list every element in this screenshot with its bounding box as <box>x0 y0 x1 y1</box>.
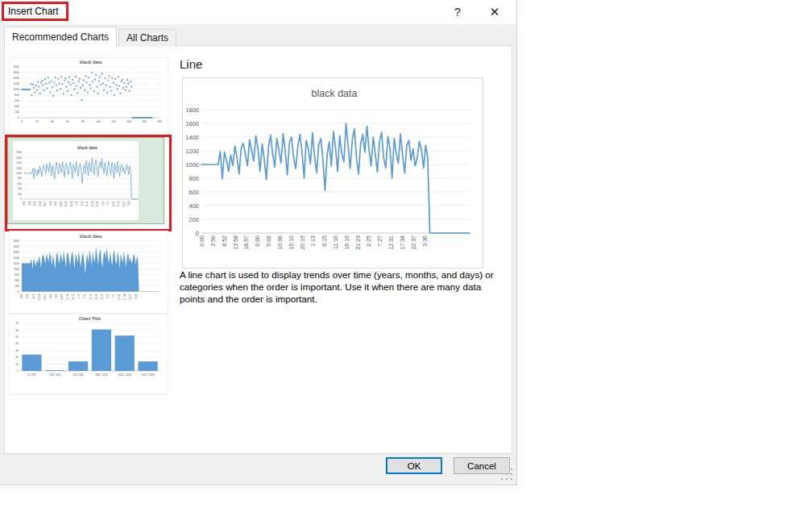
svg-text:18:57: 18:57 <box>44 294 47 300</box>
svg-text:20: 20 <box>15 356 19 359</box>
svg-text:1200: 1200 <box>13 82 19 85</box>
svg-text:40: 40 <box>51 120 54 123</box>
svg-text:21:23: 21:23 <box>355 235 361 250</box>
svg-text:Chart Title: Chart Title <box>79 316 101 321</box>
svg-text:200: 200 <box>188 216 199 223</box>
svg-text:0:00: 0:00 <box>49 294 52 298</box>
svg-text:15:10: 15:10 <box>64 201 68 206</box>
chart-thumbnail-histogram[interactable]: Chart Title010203040506070[0, 280](280, … <box>9 314 168 394</box>
svg-text:800: 800 <box>18 177 22 180</box>
svg-text:50: 50 <box>15 335 19 339</box>
svg-text:13:58: 13:58 <box>233 235 238 250</box>
svg-text:400: 400 <box>14 105 19 108</box>
svg-text:2:25: 2:25 <box>366 235 371 247</box>
svg-text:1600: 1600 <box>13 71 19 74</box>
scatter-thumbnail-chart: black data020040060080010001200140016001… <box>10 58 166 137</box>
svg-text:(1120, 1400]: (1120, 1400] <box>118 373 131 377</box>
close-icon[interactable]: ✕ <box>483 3 507 21</box>
svg-text:5:02: 5:02 <box>55 294 58 298</box>
svg-text:20:19: 20:19 <box>300 235 305 250</box>
svg-text:(280, 560]: (280, 560] <box>49 373 60 377</box>
svg-text:17:34: 17:34 <box>400 235 405 250</box>
svg-text:1200: 1200 <box>185 148 199 155</box>
svg-text:1400: 1400 <box>13 251 19 254</box>
line-chart-preview: black data020040060080010001200140016001… <box>183 78 481 266</box>
svg-text:600: 600 <box>18 182 22 185</box>
svg-text:200: 200 <box>18 193 22 196</box>
svg-text:0:00: 0:00 <box>255 235 260 247</box>
chart-thumbnail-scatter[interactable]: black data020040060080010001200140016001… <box>9 57 168 139</box>
resize-grip-icon[interactable] <box>501 468 512 480</box>
svg-text:11:16: 11:16 <box>85 201 89 206</box>
svg-text:1000: 1000 <box>13 262 19 265</box>
svg-text:1:13: 1:13 <box>75 201 78 206</box>
svg-text:1400: 1400 <box>16 161 22 164</box>
svg-text:70: 70 <box>15 322 19 325</box>
svg-text:6:15: 6:15 <box>321 235 327 247</box>
insert-chart-dialog: Insert Chart ? ✕ Recommended Charts All … <box>0 0 517 485</box>
svg-text:3:50: 3:50 <box>28 201 31 206</box>
svg-text:1:13: 1:13 <box>77 294 81 298</box>
chart-description: A line chart is used to display trends o… <box>180 269 508 306</box>
svg-text:1600: 1600 <box>185 120 199 127</box>
line-thumbnail-chart: black data020040060080010001200140016001… <box>13 141 139 220</box>
svg-text:20:19: 20:19 <box>72 294 75 300</box>
svg-text:140: 140 <box>126 120 131 123</box>
svg-text:6:15: 6:15 <box>81 201 84 206</box>
svg-text:200: 200 <box>14 110 19 114</box>
svg-text:10:06: 10:06 <box>60 201 63 206</box>
svg-text:3:36: 3:36 <box>135 294 138 298</box>
chart-thumbnail-area[interactable]: black data020040060080010001200140016001… <box>9 231 168 314</box>
svg-text:1000: 1000 <box>13 88 19 91</box>
svg-text:1400: 1400 <box>185 134 199 141</box>
svg-text:black data: black data <box>80 60 102 65</box>
svg-text:1600: 1600 <box>16 156 22 160</box>
svg-text:60: 60 <box>66 120 69 123</box>
svg-text:2:25: 2:25 <box>106 294 110 298</box>
tab-all-charts[interactable]: All Charts <box>118 29 176 47</box>
chart-preview-box: black data020040060080010001200140016001… <box>182 77 483 269</box>
svg-text:12:31: 12:31 <box>118 294 121 300</box>
dialog-titlebar: Insert Chart ? ✕ <box>0 0 516 24</box>
svg-text:800: 800 <box>14 268 19 271</box>
svg-text:0: 0 <box>18 116 19 119</box>
svg-text:600: 600 <box>188 189 199 196</box>
svg-text:7:27: 7:27 <box>377 235 383 247</box>
svg-text:1800: 1800 <box>13 239 19 243</box>
svg-text:7:27: 7:27 <box>106 201 110 206</box>
help-icon[interactable]: ? <box>445 3 470 21</box>
svg-text:2:25: 2:25 <box>102 201 105 206</box>
svg-text:1000: 1000 <box>16 172 22 175</box>
selected-thumb-chart-area: black data020040060080010001200140016001… <box>13 141 139 220</box>
svg-text:15:10: 15:10 <box>66 294 69 300</box>
svg-text:180: 180 <box>157 120 162 123</box>
svg-text:400: 400 <box>18 187 22 190</box>
svg-text:7:27: 7:27 <box>112 294 115 298</box>
svg-text:11:16: 11:16 <box>89 294 93 300</box>
svg-text:800: 800 <box>188 175 199 182</box>
svg-text:22:37: 22:37 <box>122 201 126 206</box>
svg-text:22:37: 22:37 <box>129 294 132 300</box>
svg-text:1400: 1400 <box>13 77 19 80</box>
ok-button[interactable]: OK <box>386 457 442 474</box>
svg-text:8:52: 8:52 <box>222 235 227 247</box>
svg-text:10:06: 10:06 <box>60 294 64 300</box>
svg-text:[0, 280]: [0, 280] <box>27 373 35 377</box>
svg-text:13:58: 13:58 <box>39 201 42 206</box>
svg-text:0:00: 0:00 <box>20 294 23 298</box>
svg-text:black data: black data <box>312 88 358 99</box>
svg-text:1600: 1600 <box>13 245 19 248</box>
svg-text:0: 0 <box>20 198 22 201</box>
chart-thumbnail-line-selected[interactable]: black data020040060080010001200140016001… <box>7 137 164 224</box>
svg-text:10:06: 10:06 <box>277 235 283 250</box>
svg-text:1200: 1200 <box>16 167 22 170</box>
svg-text:600: 600 <box>14 99 19 102</box>
svg-text:17:34: 17:34 <box>123 294 126 300</box>
svg-text:21:23: 21:23 <box>101 294 104 300</box>
svg-text:60: 60 <box>15 329 19 332</box>
svg-text:16:19: 16:19 <box>344 235 350 250</box>
tab-recommended-charts[interactable]: Recommended Charts <box>4 27 117 48</box>
svg-text:11:16: 11:16 <box>333 235 338 249</box>
svg-text:40: 40 <box>15 342 19 345</box>
svg-text:22:37: 22:37 <box>411 235 416 250</box>
